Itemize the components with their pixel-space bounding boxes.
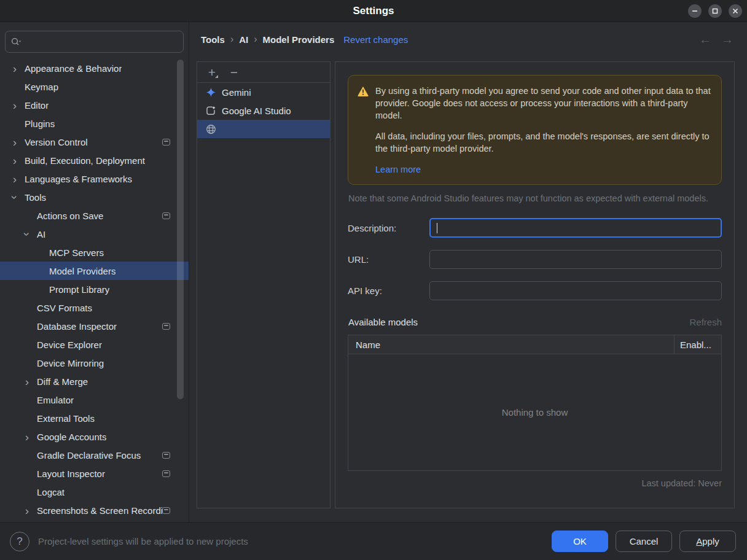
sidebar-item-model-providers[interactable]: Model Providers (0, 262, 189, 280)
sidebar-item-label: Emulator (37, 395, 74, 405)
models-table-empty-state: Nothing to show (348, 354, 721, 470)
learn-more-link[interactable]: Learn more (375, 163, 421, 176)
ok-button[interactable]: OK (552, 531, 608, 552)
forward-icon[interactable]: → (721, 33, 733, 47)
sidebar-item-prompt-library[interactable]: Prompt Library (0, 280, 189, 298)
description-label: Description: (348, 223, 429, 233)
breadcrumb-tools[interactable]: Tools (201, 34, 225, 45)
sidebar-item-label: External Tools (37, 413, 95, 424)
chevron-right-icon[interactable]: › (9, 155, 21, 166)
settings-tree: ›Appearance & BehaviorKeymap›EditorPlugi… (0, 59, 189, 519)
chevron-down-icon[interactable]: › (9, 192, 21, 203)
maximize-button[interactable] (708, 4, 722, 18)
help-button[interactable]: ? (10, 532, 29, 551)
dialog-body: ›Appearance & BehaviorKeymap›EditorPlugi… (0, 22, 747, 522)
sidebar-item-gradle-declarative-focus[interactable]: Gradle Declarative Focus (0, 446, 189, 464)
text-caret (437, 223, 437, 233)
column-header-enabled[interactable]: Enabl... (674, 335, 721, 354)
available-models-header: Available models Refresh (348, 317, 722, 327)
chevron-right-icon[interactable]: › (9, 99, 21, 111)
sidebar-item-screenshots-screen-recordi[interactable]: ›Screenshots & Screen Recordi (0, 501, 189, 519)
settings-search-box[interactable] (5, 31, 184, 53)
settings-sidebar: ›Appearance & BehaviorKeymap›EditorPlugi… (0, 22, 189, 522)
search-icon (10, 37, 22, 47)
sidebar-item-label: Diff & Merge (37, 376, 88, 387)
chevron-right-icon[interactable]: › (21, 505, 33, 516)
sidebar-item-label: Actions on Save (37, 211, 103, 221)
sidebar-item-version-control[interactable]: ›Version Control (0, 133, 189, 151)
apply-button[interactable]: Apply (679, 531, 736, 552)
warning-icon (358, 85, 369, 176)
sidebar-item-csv-formats[interactable]: CSV Formats (0, 298, 189, 317)
back-icon[interactable]: ← (699, 33, 711, 47)
sidebar-item-mcp-servers[interactable]: MCP Servers (0, 243, 189, 262)
gemini-icon (205, 87, 216, 98)
provider-item-label: Gemini (222, 87, 251, 98)
project-settings-icon (162, 452, 170, 459)
chevron-right-icon[interactable]: › (9, 63, 21, 74)
provider-item-google-ai-studio[interactable]: Google AI Studio (197, 101, 330, 120)
project-settings-icon (162, 139, 170, 146)
provider-item-new-provider[interactable] (197, 120, 330, 138)
sidebar-item-diff-merge[interactable]: ›Diff & Merge (0, 372, 189, 391)
api-key-input[interactable] (429, 281, 722, 300)
sidebar-item-languages-frameworks[interactable]: ›Languages & Frameworks (0, 169, 189, 188)
sidebar-item-ai[interactable]: ›AI (0, 225, 189, 243)
chevron-right-icon[interactable]: › (21, 376, 33, 387)
settings-search-input[interactable] (24, 36, 178, 48)
sidebar-item-external-tools[interactable]: External Tools (0, 409, 189, 427)
external-models-note: Note that some Android Studio features m… (348, 193, 722, 203)
sidebar-item-layout-inspector[interactable]: Layout Inspector (0, 464, 189, 483)
minimize-button[interactable] (688, 4, 702, 18)
chevron-right-icon[interactable]: › (9, 136, 21, 148)
sidebar-item-label: Version Control (25, 137, 88, 147)
url-label: URL: (348, 254, 429, 265)
revert-changes-link[interactable]: Revert changes (343, 34, 408, 45)
warning-paragraph-2: All data, including your files, prompts,… (375, 130, 711, 155)
project-level-hint: Project-level settings will be applied t… (38, 536, 248, 546)
url-input[interactable] (429, 250, 722, 269)
breadcrumb: Tools › AI › Model Providers Revert chan… (189, 22, 747, 56)
ai-studio-icon (205, 105, 216, 116)
sidebar-item-emulator[interactable]: Emulator (0, 391, 189, 409)
sidebar-item-label: Model Providers (49, 266, 115, 276)
sidebar-item-label: MCP Servers (49, 247, 104, 258)
provider-item-gemini[interactable]: Gemini (197, 83, 330, 101)
add-provider-button[interactable]: + (205, 66, 219, 79)
sidebar-item-logcat[interactable]: Logcat (0, 483, 189, 501)
close-icon (732, 8, 738, 14)
chevron-down-icon[interactable]: › (21, 228, 33, 240)
description-input[interactable] (429, 218, 722, 238)
provider-detail-panel: By using a third-party model you agree t… (335, 61, 735, 508)
api-key-label: API key: (348, 286, 429, 296)
sidebar-item-keymap[interactable]: Keymap (0, 77, 189, 96)
sidebar-item-device-mirroring[interactable]: Device Mirroring (0, 354, 189, 372)
sidebar-item-device-explorer[interactable]: Device Explorer (0, 335, 189, 354)
column-header-name[interactable]: Name (348, 335, 674, 354)
third-party-warning-banner: By using a third-party model you agree t… (348, 75, 722, 185)
sidebar-item-label: Tools (25, 192, 46, 203)
remove-provider-button[interactable]: − (227, 66, 241, 79)
provider-rows: GeminiGoogle AI Studio (197, 83, 330, 138)
breadcrumb-model-providers[interactable]: Model Providers (263, 34, 335, 45)
sidebar-item-appearance-behavior[interactable]: ›Appearance & Behavior (0, 59, 189, 77)
last-updated-text: Last updated: Never (348, 478, 722, 488)
chevron-right-icon[interactable]: › (9, 173, 21, 185)
sidebar-scrollbar[interactable] (177, 60, 184, 399)
provider-list-panel: + − GeminiGoogle AI Studio (197, 61, 330, 508)
close-button[interactable] (729, 4, 742, 18)
chevron-right-icon[interactable]: › (21, 431, 33, 443)
sidebar-item-actions-on-save[interactable]: Actions on Save (0, 206, 189, 225)
sidebar-item-label: Keymap (25, 82, 58, 92)
cancel-button[interactable]: Cancel (616, 531, 672, 552)
sidebar-item-google-accounts[interactable]: ›Google Accounts (0, 427, 189, 446)
sidebar-item-plugins[interactable]: Plugins (0, 114, 189, 133)
url-field-row: URL: (348, 250, 722, 269)
sidebar-item-database-inspector[interactable]: Database Inspector (0, 317, 189, 335)
project-settings-icon (162, 507, 170, 514)
sidebar-item-editor[interactable]: ›Editor (0, 96, 189, 114)
breadcrumb-ai[interactable]: AI (239, 34, 248, 45)
sidebar-item-tools[interactable]: ›Tools (0, 188, 189, 206)
sidebar-item-build-execution-deployment[interactable]: ›Build, Execution, Deployment (0, 151, 189, 169)
refresh-button[interactable]: Refresh (689, 317, 722, 327)
